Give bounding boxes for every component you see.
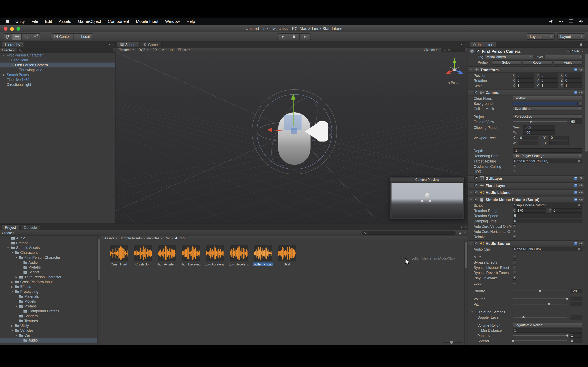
prefab-revert-button[interactable]: Revert — [523, 60, 552, 65]
object-field[interactable]: SimpleMouseRotator — [513, 203, 582, 208]
menu-item[interactable]: Window — [162, 19, 183, 24]
lighting-toggle-button[interactable]: ☀ — [159, 47, 167, 52]
value-field[interactable]: 128 — [570, 289, 582, 293]
layer-dropdown[interactable]: ▾ — [545, 55, 583, 59]
menu-item[interactable]: File — [28, 19, 42, 24]
color-picker-button[interactable] — [579, 101, 582, 106]
component-header[interactable]: ▼Simple Mouse Rotator (Script) — [468, 197, 585, 203]
slider[interactable] — [513, 341, 567, 341]
value-field[interactable]: 1 — [516, 83, 534, 88]
object-field[interactable]: None (Render Texture) — [513, 159, 582, 163]
hierarchy-item[interactable]: ▼First Person Camera — [0, 63, 115, 67]
project-folder[interactable]: ▼Car — [0, 333, 97, 338]
slider-knob[interactable] — [450, 341, 453, 344]
scrollbar-thumb[interactable] — [585, 54, 588, 152]
value-field[interactable]: 0 — [540, 78, 558, 83]
project-folder[interactable]: Textures — [0, 318, 97, 323]
project-folder[interactable]: Shaders — [0, 313, 97, 318]
checkbox[interactable] — [474, 198, 478, 201]
tab-scene[interactable]: Scene — [117, 42, 139, 47]
checkbox[interactable] — [474, 176, 478, 180]
gameobject-name[interactable]: First Person Camera — [482, 49, 565, 54]
panel-menu-icon[interactable]: ≡ — [464, 231, 466, 234]
rotation-mode-button[interactable]: Local — [73, 33, 93, 40]
value-field[interactable]: 170 — [516, 208, 546, 213]
prefab-apply-button[interactable]: Apply — [553, 60, 583, 65]
foldout-open-icon[interactable]: ▼ — [15, 256, 18, 259]
foldout-open-icon[interactable]: ▼ — [10, 290, 14, 292]
value-field[interactable]: 0.02 — [523, 125, 555, 129]
help-icon[interactable] — [574, 68, 577, 71]
hierarchy-item[interactable]: ThrowingHand — [0, 67, 115, 72]
help-icon[interactable] — [574, 198, 577, 201]
checkbox[interactable] — [513, 271, 516, 275]
scene-orientation-gizmo[interactable]: y x z — [442, 57, 467, 81]
render-channel-dropdown[interactable]: RGB▾ — [136, 47, 150, 52]
value-field[interactable]: 0 — [570, 338, 582, 343]
project-create-dropdown[interactable]: Create▾ — [2, 231, 14, 234]
property-dropdown[interactable]: Perspective▾ — [513, 114, 582, 119]
foldout-closed-icon[interactable]: ▶ — [2, 73, 6, 76]
asset-item[interactable]: High Deceler... — [182, 245, 200, 266]
project-folder[interactable]: ▼First Person Character — [0, 255, 97, 260]
checkbox[interactable] — [513, 255, 516, 259]
checkbox[interactable] — [513, 276, 516, 280]
hierarchy-item[interactable]: ▶Smash Boxes — [0, 72, 115, 77]
asset-item[interactable]: High Acceler... — [157, 245, 176, 266]
foldout-closed-icon[interactable]: ▶ — [15, 276, 18, 278]
move-gizmo-x-arrow[interactable] — [267, 128, 272, 132]
value-field[interactable]: 0 — [552, 208, 582, 213]
menu-item[interactable]: Unity — [12, 19, 28, 24]
hierarchy-item[interactable]: ▼First Person Character — [0, 53, 115, 58]
component-header[interactable]: ▼Flare Layer — [468, 183, 585, 188]
project-folder[interactable]: Models — [0, 299, 97, 304]
project-folder[interactable]: ▼Prototyping — [0, 289, 97, 294]
project-folder[interactable]: ▶Cross Platform Input — [0, 279, 97, 284]
gizmos-dropdown[interactable]: Gizmos▾ — [422, 47, 439, 52]
checkbox[interactable] — [513, 164, 516, 168]
2d-toggle-button[interactable]: 2D — [150, 47, 159, 52]
slider-knob[interactable] — [539, 290, 542, 292]
slider[interactable] — [513, 291, 567, 291]
chevron-down-icon[interactable]: ▾ — [108, 43, 110, 46]
property-dropdown[interactable]: Logarithmic Rolloff▾ — [513, 323, 582, 327]
foldout-closed-icon[interactable]: ▶ — [10, 324, 14, 327]
projection-mode-toggle[interactable]: Persp — [440, 81, 467, 85]
component-header[interactable]: ▼Audio Listener — [468, 190, 585, 196]
value-field[interactable]: 60 — [570, 119, 582, 124]
project-folder[interactable]: ▼Sample Assets — [0, 245, 97, 250]
value-field[interactable]: 5 — [513, 213, 582, 218]
shading-mode-dropdown[interactable]: Textured▾ — [117, 47, 136, 52]
value-field[interactable]: 1 — [540, 83, 558, 88]
checkbox[interactable] — [513, 260, 516, 264]
scrollbar-thumb[interactable] — [465, 242, 467, 268]
project-folder[interactable]: Audio — [0, 260, 97, 265]
lock-icon[interactable] — [458, 231, 462, 234]
scene-viewport[interactable]: y x z Persp Camera Preview — [116, 52, 468, 224]
value-field[interactable]: 0 — [516, 78, 534, 83]
foldout-open-icon[interactable]: ▼ — [470, 177, 473, 179]
checkbox[interactable] — [474, 184, 478, 187]
panel-menu-icon[interactable]: ≡ — [465, 225, 467, 229]
foldout-open-icon[interactable]: ▼ — [470, 184, 473, 187]
slider-knob[interactable] — [522, 316, 525, 319]
hierarchy-create-dropdown[interactable]: Create▾ — [2, 48, 14, 52]
hierarchy-search-input[interactable] — [17, 48, 113, 52]
display-icon[interactable] — [568, 19, 573, 24]
help-icon[interactable] — [574, 191, 577, 194]
foldout-open-icon[interactable]: ▼ — [470, 192, 473, 194]
menu-item[interactable]: GameObject — [75, 19, 104, 24]
value-field[interactable]: 0 — [564, 78, 582, 83]
object-picker-icon[interactable] — [578, 159, 581, 162]
menu-item[interactable]: Assets — [55, 19, 75, 24]
effects-dropdown[interactable]: Effects▾ — [176, 47, 192, 52]
asset-item[interactable]: Skid — [277, 245, 296, 266]
project-folder[interactable]: Scripts — [0, 269, 97, 275]
z-axis-cone[interactable] — [458, 70, 463, 74]
object-field[interactable]: None (Audio Clip) — [513, 247, 582, 251]
pause-button[interactable] — [288, 33, 300, 40]
tab-inspector[interactable]: Inspector — [469, 42, 496, 47]
move-tool-button[interactable] — [12, 33, 22, 40]
close-window-button[interactable] — [4, 27, 7, 31]
foldout-open-icon[interactable]: ▼ — [471, 311, 474, 313]
